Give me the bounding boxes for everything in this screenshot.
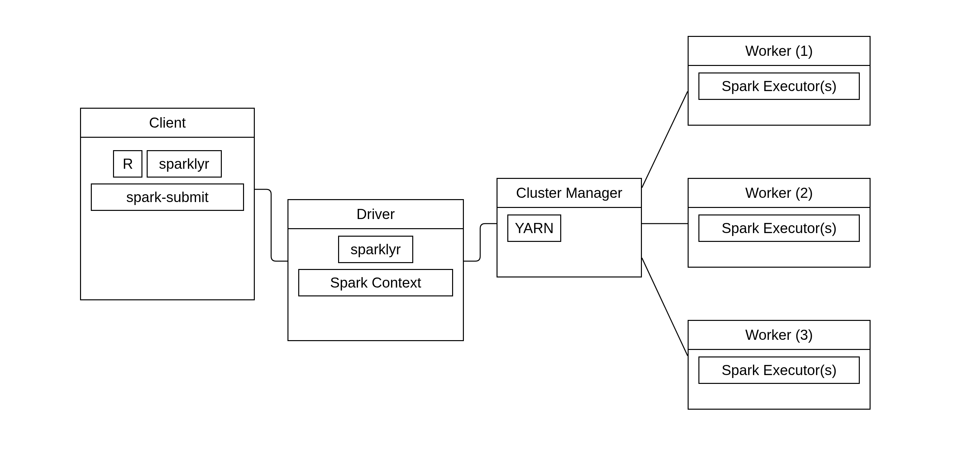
svg-line-2 xyxy=(642,258,687,356)
worker-2-title: Worker (2) xyxy=(689,179,870,208)
worker-1-title: Worker (1) xyxy=(689,37,870,66)
worker-2-executor-chip: Spark Executor(s) xyxy=(698,214,860,242)
svg-line-0 xyxy=(642,91,687,188)
worker-1-box: Worker (1) Spark Executor(s) xyxy=(687,36,870,126)
worker-2-box: Worker (2) Spark Executor(s) xyxy=(687,178,870,268)
cluster-manager-box: Cluster Manager YARN xyxy=(496,178,642,278)
driver-spark-context-chip: Spark Context xyxy=(298,269,453,297)
cluster-yarn-chip: YARN xyxy=(508,214,561,242)
driver-sparklyr-chip: sparklyr xyxy=(338,236,413,263)
client-box: Client R sparklyr spark-submit xyxy=(80,108,255,300)
driver-box: Driver sparklyr Spark Context xyxy=(288,199,464,341)
worker-1-executor-chip: Spark Executor(s) xyxy=(698,73,860,100)
cluster-manager-title: Cluster Manager xyxy=(498,179,641,208)
worker-3-title: Worker (3) xyxy=(689,321,870,350)
client-r-chip: R xyxy=(113,150,142,178)
driver-title: Driver xyxy=(288,200,463,229)
client-title: Client xyxy=(81,109,254,138)
client-sparklyr-chip: sparklyr xyxy=(147,150,222,178)
worker-3-box: Worker (3) Spark Executor(s) xyxy=(687,320,870,410)
client-spark-submit-chip: spark-submit xyxy=(91,184,244,211)
worker-3-executor-chip: Spark Executor(s) xyxy=(698,357,860,384)
